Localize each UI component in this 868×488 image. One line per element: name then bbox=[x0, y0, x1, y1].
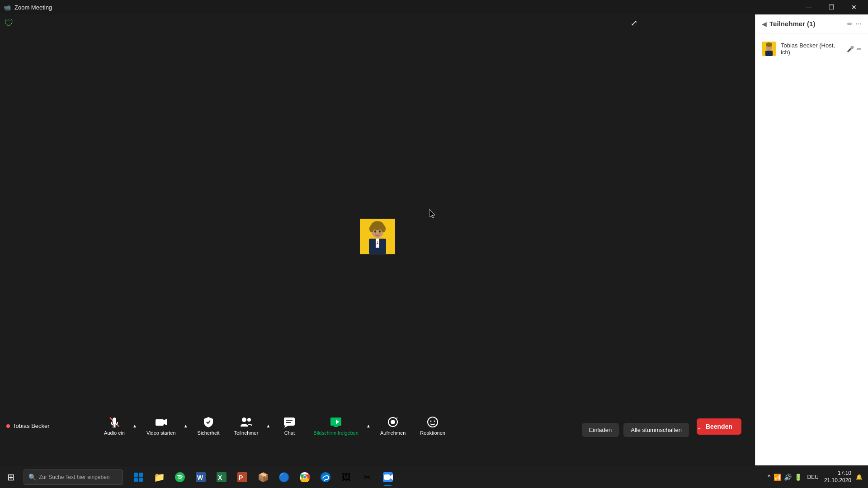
taskbar-search-icon: 🔍 bbox=[28, 474, 36, 481]
video-button[interactable]: Video starten bbox=[140, 412, 182, 439]
chevron-up-icon[interactable]: ^ bbox=[768, 474, 771, 481]
edge-button[interactable] bbox=[316, 467, 335, 487]
taskbar-date-value: 21.10.2020 bbox=[824, 477, 851, 484]
taskbar-apps: 📁 W X bbox=[125, 467, 768, 487]
participants-list: Tobias Becker (Host, ich) 🎤 ✏ bbox=[755, 33, 868, 465]
taskbar-clock[interactable]: 17:10 21.10.2020 bbox=[824, 470, 851, 484]
svg-rect-37 bbox=[139, 473, 143, 477]
screenshare-group: Bildschirm freigeben ▲ bbox=[307, 412, 372, 439]
svg-text:X: X bbox=[218, 474, 222, 481]
titlebar: 📹 Zoom Meeting — ❐ ✕ bbox=[0, 0, 868, 14]
excel-button[interactable]: X bbox=[212, 467, 231, 487]
svg-point-30 bbox=[430, 421, 432, 422]
taskbar-system-icons: ^ 📶 🔊 🔋 bbox=[768, 474, 802, 481]
avatar-svg bbox=[360, 219, 395, 254]
panel-title: Teilnehmer (1) bbox=[769, 20, 815, 28]
panel-more-icon[interactable]: ⋯ bbox=[855, 20, 862, 28]
svg-rect-15 bbox=[156, 419, 164, 426]
start-button[interactable]: ⊞ bbox=[0, 466, 22, 488]
audio-icon bbox=[108, 416, 121, 428]
svg-point-29 bbox=[428, 417, 438, 427]
participant-item: Tobias Becker (Host, ich) 🎤 ✏ bbox=[755, 38, 868, 60]
taskbar-search[interactable]: 🔍 Zur Suche Text hier eingeben bbox=[24, 469, 123, 485]
titlebar-title: Zoom Meeting bbox=[14, 4, 52, 11]
svg-text:W: W bbox=[197, 474, 203, 481]
panel-edit-icon[interactable]: ✏ bbox=[847, 20, 853, 28]
app7-button[interactable]: 🔵 bbox=[274, 467, 294, 487]
network-icon: 📶 bbox=[774, 474, 781, 481]
participants-icon bbox=[240, 416, 252, 428]
taskbar-search-text: Zur Suche Text hier eingeben bbox=[39, 474, 110, 480]
record-label: Aufnehmen bbox=[380, 430, 406, 436]
video-group: Video starten ▲ bbox=[140, 412, 189, 439]
svg-marker-16 bbox=[164, 419, 167, 425]
spotify-button[interactable] bbox=[170, 467, 190, 487]
svg-point-10 bbox=[374, 230, 376, 233]
minimize-button[interactable]: — bbox=[798, 0, 819, 14]
record-button[interactable]: Aufnehmen bbox=[374, 412, 412, 439]
record-icon bbox=[387, 416, 399, 428]
photos-button[interactable]: 🖼 bbox=[336, 467, 356, 487]
task-view-button[interactable] bbox=[128, 467, 148, 487]
panel-header: ◀ Teilnehmer (1) ✏ ⋯ bbox=[755, 14, 868, 33]
screenshare-caret[interactable]: ▲ bbox=[365, 412, 372, 439]
word-button[interactable]: W bbox=[191, 467, 211, 487]
volume-icon: 🔊 bbox=[784, 474, 792, 481]
security-icon bbox=[202, 416, 215, 428]
svg-point-11 bbox=[379, 230, 381, 233]
audio-group: Audio ein ▲ bbox=[98, 412, 138, 439]
powerpoint-button[interactable]: P bbox=[232, 467, 252, 487]
mic-muted-icon: 🎤 bbox=[847, 46, 854, 52]
taskbar-right: ^ 📶 🔊 🔋 DEU 17:10 21.10.2020 🔔 bbox=[768, 470, 868, 484]
participants-button[interactable]: Teilnehmer bbox=[228, 412, 265, 439]
video-caret[interactable]: ▲ bbox=[182, 412, 189, 439]
screenshare-button[interactable]: Bildschirm freigeben bbox=[307, 412, 365, 439]
video-label: Video starten bbox=[146, 430, 176, 436]
svg-rect-36 bbox=[134, 473, 138, 477]
close-button[interactable]: ✕ bbox=[844, 0, 864, 14]
battery-icon: 🔋 bbox=[794, 474, 802, 481]
file-explorer-button[interactable]: 📁 bbox=[149, 467, 169, 487]
reactions-button[interactable]: Reaktionen bbox=[414, 412, 452, 439]
audio-caret[interactable]: ▲ bbox=[131, 412, 138, 439]
svg-point-4 bbox=[381, 225, 386, 232]
svg-point-3 bbox=[369, 225, 374, 232]
app6-button[interactable]: 📦 bbox=[253, 467, 273, 487]
main-layout: 🛡 ⤢ bbox=[0, 14, 868, 465]
invite-button[interactable]: Einladen bbox=[582, 423, 619, 437]
titlebar-controls: — ❐ ✕ bbox=[798, 0, 864, 14]
zoom-button[interactable] bbox=[378, 467, 398, 487]
restore-button[interactable]: ❐ bbox=[821, 0, 842, 14]
svg-point-34 bbox=[766, 42, 772, 47]
participants-caret[interactable]: ▲ bbox=[264, 412, 272, 439]
screenshare-label: Bildschirm freigeben bbox=[313, 430, 359, 436]
svg-rect-39 bbox=[139, 478, 143, 482]
svg-rect-19 bbox=[284, 418, 295, 426]
participant-status-icons: 🎤 ✏ bbox=[847, 46, 862, 52]
reactions-label: Reaktionen bbox=[420, 430, 445, 436]
panel-chevron[interactable]: ⌃ bbox=[693, 424, 705, 436]
chrome-button[interactable] bbox=[295, 467, 315, 487]
titlebar-left: 📹 Zoom Meeting bbox=[4, 4, 52, 11]
camera-icon: ✏ bbox=[857, 46, 862, 52]
svg-point-31 bbox=[434, 421, 435, 422]
expand-icon[interactable]: ⤢ bbox=[631, 18, 637, 28]
participant-avatar-small bbox=[762, 42, 776, 56]
notification-icon[interactable]: 🔔 bbox=[856, 474, 863, 480]
screenshare-icon bbox=[330, 416, 342, 428]
snip-button[interactable]: ✂ bbox=[357, 467, 377, 487]
reactions-icon bbox=[426, 416, 439, 428]
svg-marker-20 bbox=[284, 426, 288, 428]
participant-avatar bbox=[360, 219, 395, 254]
security-button[interactable]: Sicherheit bbox=[191, 412, 226, 439]
app-icon: 📹 bbox=[4, 4, 11, 11]
participant-name: Tobias Becker (Host, ich) bbox=[781, 42, 842, 56]
participants-group: Teilnehmer ▲ bbox=[228, 412, 272, 439]
svg-point-18 bbox=[247, 418, 251, 422]
chat-button[interactable]: Chat bbox=[274, 412, 305, 439]
chat-label: Chat bbox=[284, 430, 295, 436]
svg-rect-38 bbox=[134, 478, 138, 482]
audio-button[interactable]: Audio ein bbox=[98, 412, 131, 439]
mute-all-button[interactable]: Alle stummschalten bbox=[623, 423, 689, 437]
svg-point-50 bbox=[303, 476, 306, 479]
